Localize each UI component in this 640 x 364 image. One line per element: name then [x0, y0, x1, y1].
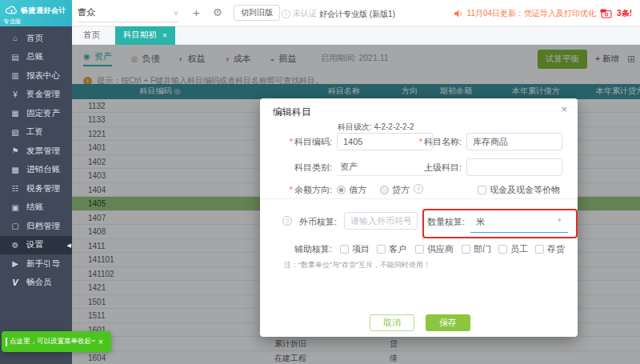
sidebar-item-general-ledger[interactable]: ▤ 总账	[0, 48, 72, 67]
sidebar-item-report-center[interactable]: ▥ 报表中心	[0, 66, 72, 86]
update-notice-link[interactable]: 11月04日更新：凭证导入及打印优化	[467, 8, 597, 19]
checkbox-icon	[462, 245, 470, 254]
add-tab-icon[interactable]: +	[193, 6, 200, 19]
sidebar-item-label: 新手引导	[26, 258, 60, 270]
chevron-down-icon: ∨	[173, 9, 178, 17]
sidebar-item-home[interactable]: ⌂ 首页	[0, 29, 72, 48]
edit-subject-dialog: 编辑科目 × 科目级次: 4-2-2-2-2-2 *科目编码: *科目名称: 科…	[260, 98, 578, 337]
name-field-label: *科目名称:	[390, 136, 462, 148]
sidebar-item-label: 固定资产	[26, 108, 60, 119]
gear-icon[interactable]: ⚙	[213, 6, 222, 18]
sidebar-item-funds[interactable]: ¥ 资金管理	[0, 86, 72, 105]
account-selector[interactable]: 曹众 ∨	[78, 3, 178, 22]
debit-radio[interactable]: 借方	[337, 184, 366, 196]
close-tab-icon[interactable]: ×	[162, 31, 167, 40]
app-window: 畅捷通好会计 专业版 曹众 ∨ + ⚙ 切到旧版 ! 未认证 好会计专业版 (新…	[0, 0, 640, 364]
vip-icon: V	[10, 278, 20, 287]
tax-icon: ☷	[10, 184, 20, 193]
aux-checkbox-department[interactable]: 部门	[462, 243, 491, 255]
aux-checkbox-project[interactable]: 项目	[340, 243, 370, 255]
top-header: 畅捷通好会计 专业版 曹众 ∨ + ⚙ 切到旧版 ! 未认证 好会计专业版 (新…	[0, 0, 640, 26]
sidebar-item-label: 首页	[26, 33, 43, 44]
sidebar-item-payroll[interactable]: ▧ 工资	[0, 123, 72, 142]
radio-off-icon	[380, 186, 389, 194]
required-mark: *	[419, 137, 422, 146]
collapse-arrow-icon[interactable]: ◀	[67, 242, 71, 249]
video-count-badge[interactable]: 3条!	[617, 8, 632, 19]
chevron-down-icon[interactable]: ▾	[558, 216, 562, 224]
required-mark: *	[290, 185, 293, 194]
select-underline	[470, 232, 568, 233]
menu-collapse-toast: 点这里，可以设置菜单收起~ ×	[2, 331, 111, 352]
cert-status: ! 未认证	[282, 8, 317, 19]
divider	[260, 198, 578, 199]
aux-checkbox-customer[interactable]: 客户	[377, 243, 406, 255]
sidebar-item-label: 畅会员	[26, 277, 52, 288]
cancel-button[interactable]: 取消	[370, 314, 414, 331]
sidebar-item-closing[interactable]: ▣ 结账	[0, 198, 72, 218]
sidebar-item-invoices[interactable]: ⚑ 发票管理	[0, 142, 72, 161]
save-button[interactable]: 保存	[426, 314, 470, 331]
tab-subject-opening[interactable]: 科目期初 ×	[115, 26, 175, 45]
help-icon[interactable]: ?	[414, 184, 423, 194]
sidebar-item-archive[interactable]: ▢ 归档管理	[0, 217, 72, 236]
inventory-ledger-icon: ▩	[10, 166, 20, 174]
checkbox-icon	[340, 245, 349, 254]
parent-subject-input[interactable]	[466, 158, 562, 176]
logo-title: 畅捷通好会计	[21, 6, 66, 16]
required-mark: *	[290, 137, 293, 146]
checkbox-icon	[498, 245, 507, 254]
sidebar-item-label: 发票管理	[26, 146, 60, 157]
quantity-unit-value[interactable]: 米	[476, 216, 485, 228]
invoice-icon: ⚑	[10, 146, 20, 155]
cert-status-icon: !	[282, 10, 290, 18]
parent-field-label: 上级科目:	[390, 162, 462, 174]
close-icon[interactable]: ×	[98, 338, 103, 346]
close-icon[interactable]: ×	[561, 103, 567, 115]
code-field-label: *科目编码:	[260, 136, 332, 148]
archive-icon: ▢	[10, 222, 20, 230]
subject-level-label: 科目级次: 4-2-2-2-2-2	[338, 122, 414, 133]
sidebar-item-label: 税务管理	[26, 183, 60, 194]
sidebar-item-beginner-guide[interactable]: ▶ 新手引导	[0, 254, 72, 274]
sidebar-item-label: 设置	[26, 239, 43, 250]
aux-checkbox-supplier[interactable]: 供应商	[415, 243, 454, 255]
subject-name-input[interactable]	[466, 133, 562, 150]
video-icon[interactable]	[600, 9, 613, 18]
mutual-exclusion-note: 注：“数量单位”与“存货”互斥，不能同时使用！	[284, 260, 430, 270]
sidebar-item-tax[interactable]: ☷ 税务管理	[0, 179, 72, 198]
category-field-label: 科目类别:	[260, 162, 332, 174]
sidebar-item-vip[interactable]: V 畅会员	[0, 274, 72, 293]
page-tabbar: 首页 科目期初 ×	[72, 26, 640, 45]
ledger-icon: ▤	[10, 53, 20, 62]
settings-gear-icon: ⚙	[10, 241, 20, 250]
auxiliary-label: 辅助核算:	[260, 243, 332, 255]
sidebar-item-purchase-sales[interactable]: ▩ 进销台账	[0, 161, 72, 180]
direction-field-label: *余额方向:	[260, 184, 332, 196]
tab-home[interactable]: 首页	[78, 30, 105, 41]
closing-icon: ▣	[10, 203, 20, 212]
toast-text: 点这里，可以设置菜单收起~	[10, 337, 95, 346]
sidebar-nav: ⌂ 首页 ▤ 总账 ▥ 报表中心 ¥ 资金管理 ▦ 固定资产 ▧ 工资 ⚑ 发票…	[0, 26, 72, 364]
foreign-currency-label: 外币核算:	[268, 216, 337, 228]
radio-on-icon	[337, 186, 346, 194]
speaker-icon	[454, 9, 463, 18]
sidebar-item-label: 进销台账	[26, 164, 60, 175]
checkbox-icon	[377, 245, 386, 254]
switch-version-button[interactable]: 切到旧版	[234, 5, 280, 21]
sidebar-item-settings[interactable]: ⚙ 设置 ◀	[0, 236, 72, 255]
sidebar-item-fixed-assets[interactable]: ▦ 固定资产	[0, 104, 72, 123]
cloud-icon	[5, 4, 19, 16]
credit-radio[interactable]: 贷方	[380, 184, 410, 196]
logo-subtitle: 专业版	[3, 18, 22, 26]
aux-checkbox-inventory[interactable]: 存货	[535, 243, 565, 255]
report-icon: ▥	[10, 71, 20, 80]
aux-checkbox-employee[interactable]: 员工	[498, 243, 528, 255]
cert-status-label: 未认证	[293, 8, 317, 19]
cash-equivalent-checkbox[interactable]: 现金及现金等价物	[478, 184, 560, 196]
assets-icon: ▦	[10, 109, 20, 118]
app-logo: 畅捷通好会计 专业版	[0, 0, 72, 26]
checkbox-icon	[415, 245, 424, 254]
sidebar-item-label: 归档管理	[26, 221, 60, 232]
tab-subject-opening-label: 科目期初	[123, 30, 157, 41]
